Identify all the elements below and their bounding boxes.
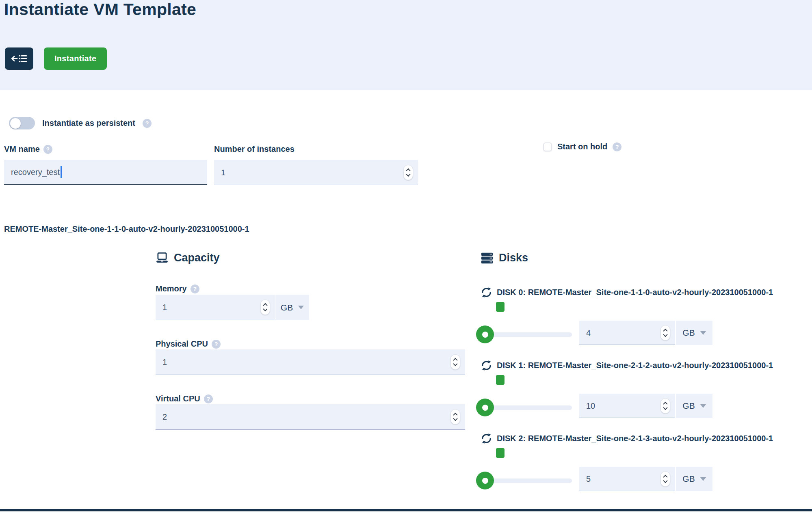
question-mark-icon[interactable] — [613, 142, 621, 151]
virtual-cpu-label-row: Virtual CPU — [156, 394, 213, 403]
disk-size-slider-thumb[interactable] — [476, 325, 494, 343]
up-down-stepper-icon[interactable] — [660, 471, 670, 487]
disk-size-input[interactable]: 10 — [579, 394, 675, 418]
disk-size-input[interactable]: 4 — [579, 321, 675, 345]
chevron-down-icon — [700, 331, 706, 335]
persistent-toggle-label: Instantiate as persistent — [42, 119, 135, 128]
question-mark-icon[interactable] — [204, 394, 213, 403]
instances-input[interactable]: 1 — [214, 160, 418, 185]
up-down-stepper-icon[interactable] — [450, 409, 460, 425]
disk-header: DISK 1: REMOTE-Master_Site-one-2-1-2-aut… — [481, 360, 773, 371]
disk-size-unit-value: GB — [682, 401, 695, 411]
disk-size-value: 4 — [586, 328, 591, 337]
start-on-hold-row: Start on hold — [543, 142, 621, 151]
text-caret — [61, 166, 62, 178]
physical-cpu-label: Physical CPU — [156, 339, 208, 349]
page-header: Instantiate VM Template Instantiate — [0, 0, 812, 90]
disk-size-slider-track[interactable] — [485, 332, 572, 337]
slider-thumb-hole — [482, 332, 488, 338]
disk-size-unit-select[interactable]: GB — [676, 467, 712, 491]
back-to-list-button[interactable] — [5, 47, 33, 70]
physical-cpu-label-row: Physical CPU — [156, 339, 221, 349]
up-down-stepper-icon[interactable] — [403, 165, 413, 180]
persistent-toggle-row: Instantiate as persistent — [9, 117, 152, 129]
up-down-stepper-icon[interactable] — [260, 300, 270, 315]
slider-thumb-hole — [482, 478, 488, 484]
slider-thumb-hole — [482, 405, 488, 411]
up-down-stepper-icon[interactable] — [450, 354, 460, 370]
question-mark-icon[interactable] — [191, 285, 199, 293]
vm-name-value: recovery_test — [11, 168, 60, 177]
virtual-cpu-value: 2 — [162, 412, 167, 422]
disk-size-slider-thumb[interactable] — [476, 472, 494, 489]
disk-status-square — [496, 302, 505, 312]
page-title: Instantiate VM Template — [4, 0, 196, 21]
instantiate-vm-template-page: Instantiate VM Template Instantiate Inst… — [0, 0, 812, 513]
disk-size-unit-value: GB — [682, 474, 695, 484]
disk-header: DISK 2: REMOTE-Master_Site-one-2-1-3-aut… — [481, 433, 773, 444]
physical-cpu-input[interactable]: 1 — [156, 349, 465, 375]
disk-label: DISK 0: REMOTE-Master_Site-one-1-1-0-aut… — [497, 288, 773, 297]
disk-size-slider-thumb[interactable] — [476, 399, 494, 416]
recycle-icon — [481, 360, 492, 371]
monitor-icon — [156, 252, 169, 264]
disk-size-slider-track[interactable] — [485, 405, 572, 410]
chevron-down-icon — [298, 306, 304, 309]
disk-size-control: 10 GB — [579, 394, 712, 418]
selected-template-name: REMOTE-Master_Site-one-1-1-0-auto-v2-hou… — [4, 224, 249, 234]
disk-label: DISK 2: REMOTE-Master_Site-one-2-1-3-aut… — [497, 434, 773, 443]
memory-unit-select[interactable]: GB — [275, 295, 309, 320]
back-list-icon — [11, 53, 28, 64]
memory-value: 1 — [162, 303, 167, 312]
instances-label: Number of instances — [214, 144, 294, 154]
disk-size-unit-value: GB — [682, 328, 695, 338]
chevron-down-icon — [700, 404, 706, 408]
virtual-cpu-input[interactable]: 2 — [156, 404, 465, 430]
question-mark-icon[interactable] — [143, 119, 152, 128]
instantiate-button[interactable]: Instantiate — [44, 47, 107, 70]
disk-size-control: 5 GB — [579, 467, 712, 491]
up-down-stepper-icon[interactable] — [660, 325, 670, 341]
recycle-icon — [481, 287, 492, 298]
vm-name-input[interactable]: recovery_test — [4, 160, 207, 185]
disk-label: DISK 1: REMOTE-Master_Site-one-2-1-2-aut… — [497, 361, 773, 370]
disk-row: DISK 2: REMOTE-Master_Site-one-2-1-3-aut… — [481, 430, 812, 500]
chevron-down-icon — [700, 477, 706, 481]
disk-size-value: 5 — [586, 474, 591, 483]
question-mark-icon[interactable] — [212, 340, 221, 349]
memory-control: 1 GB — [156, 295, 309, 320]
disk-header: DISK 0: REMOTE-Master_Site-one-1-1-0-aut… — [481, 287, 773, 298]
up-down-stepper-icon[interactable] — [660, 398, 670, 414]
bottom-divider — [0, 509, 812, 511]
vm-name-label: VM name — [4, 144, 40, 154]
memory-input[interactable]: 1 — [156, 295, 275, 320]
disk-row: DISK 0: REMOTE-Master_Site-one-1-1-0-aut… — [481, 284, 812, 354]
disks-section-heading: Disks — [481, 252, 528, 264]
capacity-section-heading: Capacity — [156, 252, 220, 264]
vm-name-label-row: VM name — [4, 144, 52, 154]
question-mark-icon[interactable] — [43, 145, 52, 154]
disk-size-slider-track[interactable] — [485, 479, 572, 483]
disk-status-square — [496, 375, 505, 385]
instances-value: 1 — [221, 168, 225, 177]
toggle-knob — [10, 118, 21, 129]
capacity-heading-text: Capacity — [174, 252, 220, 264]
disk-size-control: 4 GB — [579, 321, 712, 345]
persistent-toggle-switch[interactable] — [9, 117, 35, 129]
recycle-icon — [481, 433, 492, 444]
disks-heading-text: Disks — [499, 252, 528, 264]
disk-status-square — [496, 448, 505, 458]
memory-label-row: Memory — [156, 284, 199, 293]
memory-unit-value: GB — [281, 303, 293, 313]
memory-label: Memory — [156, 284, 187, 293]
disk-row: DISK 1: REMOTE-Master_Site-one-2-1-2-aut… — [481, 357, 812, 427]
disk-size-unit-select[interactable]: GB — [676, 394, 712, 418]
disk-size-input[interactable]: 5 — [579, 467, 675, 491]
virtual-cpu-label: Virtual CPU — [156, 394, 200, 403]
server-stack-icon — [481, 252, 494, 264]
start-on-hold-label: Start on hold — [557, 142, 607, 151]
start-on-hold-checkbox[interactable] — [543, 142, 552, 151]
disk-size-unit-select[interactable]: GB — [676, 321, 712, 345]
physical-cpu-value: 1 — [162, 358, 167, 367]
disk-size-value: 10 — [586, 401, 595, 410]
